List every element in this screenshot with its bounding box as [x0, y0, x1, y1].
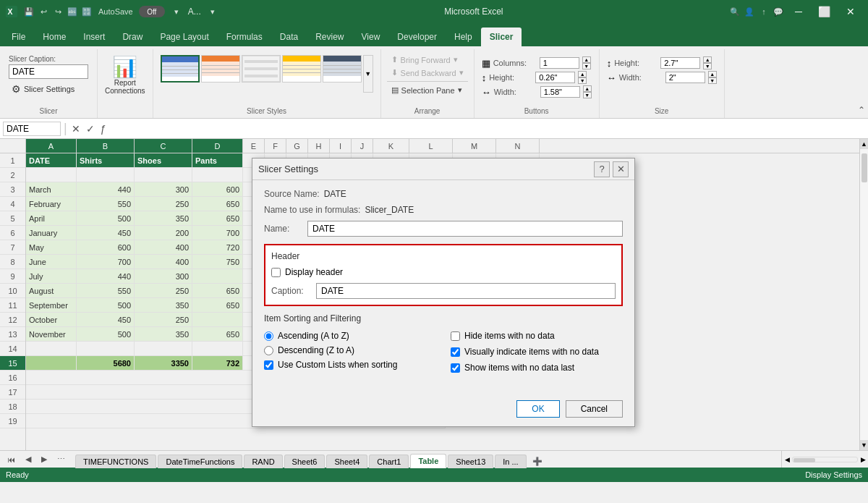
redo-icon[interactable]: ↪: [52, 6, 64, 17]
size-width-spinner[interactable]: ▲ ▼: [708, 71, 717, 84]
style-thumb-3[interactable]: [242, 55, 281, 83]
cell-D15[interactable]: 732: [192, 356, 243, 371]
height-up[interactable]: ▲: [578, 71, 587, 77]
cell-C5[interactable]: 350: [135, 211, 192, 226]
name-input[interactable]: [307, 221, 623, 237]
cell-C12[interactable]: 250: [135, 313, 192, 327]
size-height-up[interactable]: ▲: [703, 56, 712, 63]
cell-C15[interactable]: 3350: [135, 356, 192, 371]
cell-B6[interactable]: 450: [77, 226, 135, 240]
cell-C6[interactable]: 200: [135, 226, 192, 240]
cell-C4[interactable]: 250: [135, 197, 192, 211]
cell-A3[interactable]: March: [26, 182, 77, 197]
autosave-dropdown[interactable]: ▾: [171, 6, 182, 17]
cell-A12[interactable]: October: [26, 313, 77, 327]
selection-pane-button[interactable]: ▤ Selection Pane ▾: [387, 84, 468, 96]
cell-D13[interactable]: 650: [192, 327, 243, 342]
size-height-down[interactable]: ▼: [703, 63, 712, 69]
size-width-up[interactable]: ▲: [708, 71, 717, 77]
col-header-L[interactable]: L: [409, 139, 453, 153]
style-thumb-5[interactable]: [323, 55, 362, 83]
tab-developer[interactable]: Developer: [388, 28, 446, 46]
ok-button[interactable]: OK: [516, 400, 559, 418]
restore-button[interactable]: ⬜: [813, 0, 836, 23]
cell-B3[interactable]: 440: [77, 182, 135, 197]
style-thumb-1[interactable]: [161, 55, 200, 83]
cell-B1[interactable]: Shirts: [77, 153, 135, 168]
scroll-thumb[interactable]: [861, 153, 867, 182]
share-icon[interactable]: ↑: [758, 6, 770, 17]
style-thumb-4[interactable]: [282, 55, 321, 83]
tab-timefunctions[interactable]: TIMEFUNCTIONS: [75, 455, 156, 468]
cell-C2[interactable]: [135, 168, 192, 182]
tab-view[interactable]: View: [353, 28, 389, 46]
styles-scroll-down[interactable]: ▼: [363, 55, 373, 93]
cell-B4[interactable]: 550: [77, 197, 135, 211]
tab-datetimefunctions[interactable]: DateTimeFunctions: [158, 455, 242, 468]
report-connections-button[interactable]: 📊 ReportConnections: [102, 52, 148, 98]
cell-C11[interactable]: 350: [135, 298, 192, 313]
tab-formulas[interactable]: Formulas: [218, 28, 271, 46]
send-backward-button[interactable]: ⬇ Send Backward ▾: [387, 67, 468, 79]
col-header-B[interactable]: B: [77, 139, 135, 153]
width-spinner[interactable]: ▲ ▼: [583, 85, 592, 98]
columns-up[interactable]: ▲: [582, 56, 591, 63]
tab-in[interactable]: In ...: [495, 455, 526, 468]
dialog-help-button[interactable]: ?: [594, 161, 610, 177]
autosave-toggle[interactable]: Off: [139, 6, 165, 17]
cell-C1[interactable]: Shoes: [135, 153, 192, 168]
cell-A14[interactable]: [26, 342, 77, 356]
insert-function-icon[interactable]: ƒ: [99, 122, 108, 136]
user-icon[interactable]: 👤: [744, 6, 755, 17]
close-button[interactable]: ✕: [839, 0, 862, 23]
tab-table[interactable]: Table: [410, 454, 446, 468]
sort-za-icon[interactable]: 🔡: [81, 6, 93, 17]
sheet-nav-next[interactable]: ▶: [37, 452, 51, 466]
formula-input[interactable]: [110, 122, 865, 135]
cell-C9[interactable]: 300: [135, 269, 192, 284]
filename-dropdown[interactable]: ▾: [207, 6, 218, 17]
cell-C14[interactable]: [135, 342, 192, 356]
minimize-button[interactable]: ─: [787, 0, 810, 23]
cancel-icon[interactable]: ✕: [70, 122, 82, 136]
cell-B15[interactable]: 5680: [77, 356, 135, 371]
cell-D9[interactable]: [192, 269, 243, 284]
cell-B5[interactable]: 500: [77, 211, 135, 226]
cell-A10[interactable]: August: [26, 284, 77, 298]
collapse-ribbon-button[interactable]: ⌃: [855, 102, 868, 118]
save-icon[interactable]: 💾: [23, 6, 35, 17]
columns-spinner[interactable]: ▲ ▼: [582, 56, 591, 69]
cell-D7[interactable]: 720: [192, 240, 243, 255]
add-sheet-button[interactable]: ➕: [528, 455, 547, 468]
sort-az-icon[interactable]: 🔤: [67, 6, 78, 17]
h-scroll-thumb[interactable]: [793, 458, 815, 462]
size-height-spinner[interactable]: ▲ ▼: [703, 56, 712, 69]
tab-review[interactable]: Review: [307, 28, 352, 46]
cell-B14[interactable]: [77, 342, 135, 356]
tab-rand[interactable]: RAND: [244, 455, 282, 468]
tab-page-layout[interactable]: Page Layout: [151, 28, 217, 46]
tab-slicer[interactable]: Slicer: [481, 28, 522, 46]
size-width-down[interactable]: ▼: [708, 77, 717, 84]
tab-insert[interactable]: Insert: [75, 28, 114, 46]
cell-A6[interactable]: January: [26, 226, 77, 240]
cell-A8[interactable]: June: [26, 255, 77, 269]
hide-no-data-checkbox[interactable]: [451, 331, 460, 341]
sheet-nav-first[interactable]: ⏮: [3, 453, 20, 466]
cell-C7[interactable]: 400: [135, 240, 192, 255]
sheet-nav-last[interactable]: ⋯: [53, 452, 69, 466]
cell-B8[interactable]: 700: [77, 255, 135, 269]
col-header-N[interactable]: N: [496, 139, 540, 153]
tab-data[interactable]: Data: [271, 28, 307, 46]
tab-home[interactable]: Home: [34, 28, 75, 46]
undo-icon[interactable]: ↩: [38, 6, 49, 17]
width-up[interactable]: ▲: [583, 85, 592, 92]
horizontal-scrollbar[interactable]: ◀ ▶: [781, 451, 868, 468]
cancel-button[interactable]: Cancel: [566, 400, 623, 418]
width-down[interactable]: ▼: [583, 92, 592, 98]
cell-A11[interactable]: September: [26, 298, 77, 313]
caption-input[interactable]: [316, 283, 616, 299]
cell-A13[interactable]: November: [26, 327, 77, 342]
h-scroll-track[interactable]: [792, 457, 858, 462]
columns-input[interactable]: [540, 57, 579, 69]
